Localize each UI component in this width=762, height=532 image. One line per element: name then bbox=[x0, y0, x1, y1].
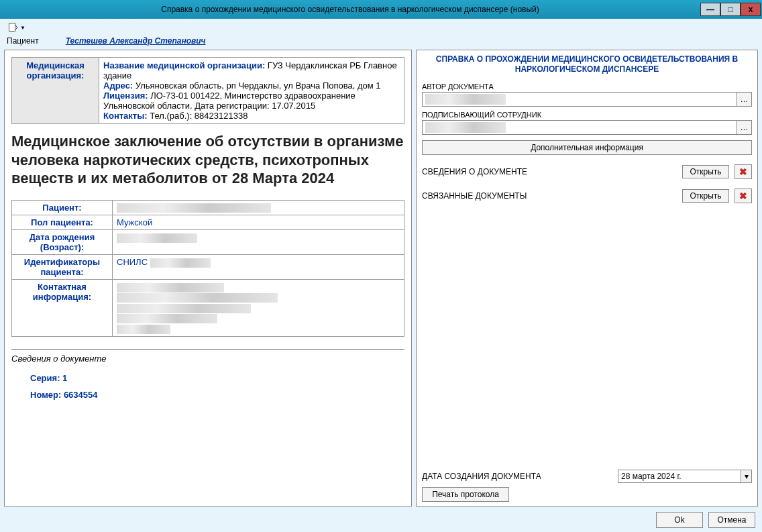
doc-series: Серия: 1 bbox=[30, 373, 404, 383]
pt-sex-label: Пол пациента: bbox=[12, 215, 113, 230]
doc-number: Номер: 6634554 bbox=[30, 390, 404, 400]
org-row-label: Медицинская организация: bbox=[12, 58, 99, 124]
divider bbox=[11, 349, 404, 350]
pt-patient-label: Пациент: bbox=[12, 200, 113, 215]
window-title: Справка о прохождении медицинского освид… bbox=[0, 5, 700, 14]
svg-rect-0 bbox=[9, 23, 15, 32]
org-value-cell: Название медицинской организации: ГУЗ Че… bbox=[99, 58, 404, 124]
form-panel: СПРАВКА О ПРОХОЖДЕНИИ МЕДИЦИНСКОГО ОСВИД… bbox=[416, 50, 758, 507]
menu-dropdown-icon[interactable]: ▼ bbox=[20, 25, 25, 31]
pt-contact-value bbox=[113, 280, 404, 337]
patient-table: Пациент: Пол пациента: Мужской Дата рожд… bbox=[11, 200, 404, 337]
doc-info-row: СВЕДЕНИЯ О ДОКУМЕНТЕ Открыть ✖ bbox=[422, 164, 752, 179]
document-menu-icon[interactable] bbox=[7, 21, 19, 34]
org-addr-value: Ульяновская область, рп Чердаклы, ул Вра… bbox=[135, 81, 381, 91]
doc-info-delete-button[interactable]: ✖ bbox=[734, 164, 752, 179]
extra-info-button[interactable]: Дополнительная информация bbox=[422, 140, 752, 155]
print-protocol-button[interactable]: Печать протокола bbox=[422, 487, 509, 502]
pt-ids-value: СНИЛС bbox=[113, 255, 404, 280]
author-input[interactable] bbox=[422, 92, 737, 107]
maximize-button[interactable]: □ bbox=[720, 3, 741, 16]
patient-link[interactable]: Тестешев Александр Степанович bbox=[66, 36, 206, 46]
cancel-button[interactable]: Отмена bbox=[708, 512, 755, 528]
pt-sex-value: Мужской bbox=[113, 215, 404, 230]
form-title: СПРАВКА О ПРОХОЖДЕНИИ МЕДИЦИНСКОГО ОСВИД… bbox=[422, 54, 752, 74]
doc-info-row-label: СВЕДЕНИЯ О ДОКУМЕНТЕ bbox=[422, 167, 677, 176]
menubar: ▼ bbox=[4, 20, 758, 35]
pt-ids-prefix: СНИЛС bbox=[117, 257, 148, 267]
org-table: Медицинская организация: Название медици… bbox=[11, 57, 404, 124]
footer-buttons: Ok Отмена bbox=[4, 507, 758, 528]
date-row: ДАТА СОЗДАНИЯ ДОКУМЕНТА 28 марта 2024 г.… bbox=[422, 470, 752, 483]
org-contacts-label: Контакты: bbox=[103, 111, 148, 121]
date-label: ДАТА СОЗДАНИЯ ДОКУМЕНТА bbox=[422, 472, 612, 481]
document-title: Медицинское заключение об отсутствии в о… bbox=[11, 132, 404, 188]
doc-info-open-button[interactable]: Открыть bbox=[682, 165, 729, 178]
close-button[interactable]: x bbox=[741, 3, 761, 16]
pt-contact-label: Контактная информация: bbox=[12, 280, 113, 337]
pt-dob-value bbox=[113, 230, 404, 255]
signer-label: ПОДПИСЫВАЮЩИЙ СОТРУДНИК bbox=[422, 111, 752, 119]
related-docs-delete-button[interactable]: ✖ bbox=[734, 189, 752, 203]
ok-button[interactable]: Ok bbox=[656, 512, 703, 528]
app-body: ▼ Пациент Тестешев Александр Степанович … bbox=[0, 19, 762, 532]
main-split: Медицинская организация: Название медици… bbox=[4, 50, 758, 507]
signer-input-row: … bbox=[422, 120, 752, 135]
patient-bar: Пациент Тестешев Александр Степанович bbox=[4, 35, 758, 50]
org-contacts-value: Тел.(раб.): 88423121338 bbox=[150, 111, 248, 121]
related-docs-label: СВЯЗАННЫЕ ДОКУМЕНТЫ bbox=[422, 191, 677, 201]
author-picker-button[interactable]: … bbox=[737, 92, 752, 107]
doc-info-heading: Сведения о документе bbox=[11, 354, 404, 364]
window-controls: — □ x bbox=[700, 3, 761, 16]
author-input-row: … bbox=[422, 92, 752, 107]
date-input[interactable]: 28 марта 2024 г. ▾ bbox=[618, 470, 752, 483]
patient-bar-label: Пациент bbox=[7, 36, 39, 46]
related-docs-row: СВЯЗАННЫЕ ДОКУМЕНТЫ Открыть ✖ bbox=[422, 189, 752, 203]
pt-ids-label: Идентификаторы пациента: bbox=[12, 255, 113, 280]
form-spacer bbox=[422, 203, 752, 466]
titlebar: Справка о прохождении медицинского освид… bbox=[0, 0, 762, 19]
pt-dob-label: Дата рождения (Возраст): bbox=[12, 230, 113, 255]
date-dropdown-icon[interactable]: ▾ bbox=[741, 470, 751, 482]
pt-patient-value bbox=[113, 200, 404, 215]
related-docs-open-button[interactable]: Открыть bbox=[682, 189, 729, 203]
minimize-button[interactable]: — bbox=[700, 3, 720, 16]
signer-input[interactable] bbox=[422, 120, 737, 135]
author-label: АВТОР ДОКУМЕНТА bbox=[422, 83, 752, 91]
date-value: 28 марта 2024 г. bbox=[621, 472, 682, 481]
document-preview[interactable]: Медицинская организация: Название медици… bbox=[4, 50, 412, 507]
org-addr-label: Адрес: bbox=[103, 81, 133, 91]
org-name-label: Название медицинской организации: bbox=[103, 60, 265, 70]
org-lic-label: Лицензия: bbox=[103, 91, 148, 101]
signer-picker-button[interactable]: … bbox=[737, 120, 752, 135]
